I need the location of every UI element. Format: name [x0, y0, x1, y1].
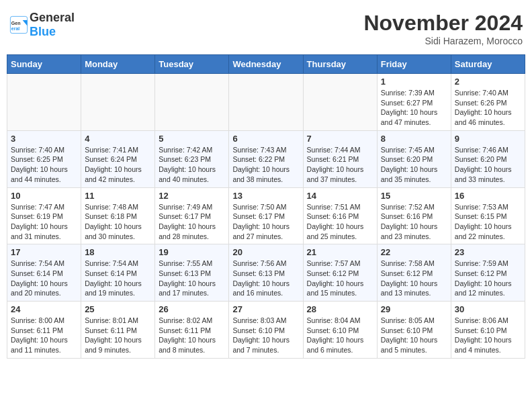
day-number: 13 [232, 191, 299, 201]
day-number: 26 [159, 304, 225, 314]
day-number: 16 [455, 191, 521, 201]
calendar-cell: 4Sunrise: 7:41 AMSunset: 6:24 PMDaylight… [81, 130, 155, 187]
day-number: 5 [159, 134, 225, 144]
calendar-table: SundayMondayTuesdayWednesdayThursdayFrid… [7, 54, 525, 359]
calendar-cell: 16Sunrise: 7:53 AMSunset: 6:15 PMDayligh… [451, 187, 525, 244]
day-number: 30 [455, 304, 521, 314]
calendar-header: SundayMondayTuesdayWednesdayThursdayFrid… [7, 55, 525, 74]
day-number: 18 [85, 247, 151, 257]
day-number: 28 [307, 304, 373, 314]
calendar-cell: 28Sunrise: 8:04 AMSunset: 6:10 PMDayligh… [303, 302, 377, 359]
calendar-cell: 3Sunrise: 7:40 AMSunset: 6:25 PMDaylight… [7, 130, 81, 187]
svg-text:eral: eral [11, 26, 20, 31]
day-detail: Sunrise: 8:03 AMSunset: 6:10 PMDaylight:… [232, 316, 299, 355]
day-number: 8 [381, 134, 447, 144]
day-detail: Sunrise: 7:44 AMSunset: 6:21 PMDaylight:… [307, 145, 373, 185]
day-number: 25 [85, 304, 151, 314]
calendar-cell: 7Sunrise: 7:44 AMSunset: 6:21 PMDaylight… [303, 130, 377, 187]
page-header: Gen eral General Blue November 2024 Sidi… [7, 7, 525, 50]
day-detail: Sunrise: 7:40 AMSunset: 6:25 PMDaylight:… [11, 145, 77, 185]
weekday-wednesday: Wednesday [229, 55, 303, 74]
day-detail: Sunrise: 7:40 AMSunset: 6:26 PMDaylight:… [455, 88, 521, 128]
day-number: 22 [381, 247, 447, 257]
calendar-cell: 18Sunrise: 7:54 AMSunset: 6:14 PMDayligh… [81, 244, 155, 302]
day-number: 3 [11, 134, 77, 144]
day-detail: Sunrise: 8:05 AMSunset: 6:10 PMDaylight:… [381, 316, 447, 355]
day-number: 19 [159, 247, 225, 257]
calendar-cell [229, 74, 303, 131]
weekday-monday: Monday [81, 55, 155, 74]
calendar-cell: 22Sunrise: 7:58 AMSunset: 6:12 PMDayligh… [377, 244, 451, 302]
logo-general: General [30, 11, 75, 24]
calendar-cell: 21Sunrise: 7:57 AMSunset: 6:12 PMDayligh… [303, 244, 377, 302]
day-detail: Sunrise: 7:45 AMSunset: 6:20 PMDaylight:… [381, 145, 447, 185]
weekday-saturday: Saturday [451, 55, 525, 74]
calendar-cell: 14Sunrise: 7:51 AMSunset: 6:16 PMDayligh… [303, 187, 377, 244]
day-number: 23 [455, 247, 521, 257]
day-number: 10 [11, 191, 77, 201]
day-number: 6 [232, 134, 299, 144]
day-number: 9 [455, 134, 521, 144]
day-number: 27 [232, 304, 299, 314]
day-number: 1 [381, 77, 447, 87]
calendar-cell: 24Sunrise: 8:00 AMSunset: 6:11 PMDayligh… [7, 302, 81, 359]
day-number: 20 [232, 247, 299, 257]
day-detail: Sunrise: 7:39 AMSunset: 6:27 PMDaylight:… [381, 88, 447, 128]
calendar-cell: 10Sunrise: 7:47 AMSunset: 6:19 PMDayligh… [7, 187, 81, 244]
day-detail: Sunrise: 7:46 AMSunset: 6:20 PMDaylight:… [455, 145, 521, 185]
day-number: 7 [307, 134, 373, 144]
day-number: 4 [85, 134, 151, 144]
day-number: 14 [307, 191, 373, 201]
calendar-cell: 30Sunrise: 8:06 AMSunset: 6:10 PMDayligh… [451, 302, 525, 359]
calendar-cell: 11Sunrise: 7:48 AMSunset: 6:18 PMDayligh… [81, 187, 155, 244]
day-number: 15 [381, 191, 447, 201]
day-detail: Sunrise: 7:41 AMSunset: 6:24 PMDaylight:… [85, 145, 151, 185]
day-detail: Sunrise: 7:58 AMSunset: 6:12 PMDaylight:… [381, 259, 447, 298]
day-detail: Sunrise: 7:49 AMSunset: 6:17 PMDaylight:… [159, 202, 225, 242]
calendar-body: 1Sunrise: 7:39 AMSunset: 6:27 PMDaylight… [7, 74, 525, 359]
day-detail: Sunrise: 8:04 AMSunset: 6:10 PMDaylight:… [307, 316, 373, 355]
day-detail: Sunrise: 8:00 AMSunset: 6:11 PMDaylight:… [11, 316, 77, 355]
day-number: 17 [11, 247, 77, 257]
calendar-cell: 15Sunrise: 7:52 AMSunset: 6:16 PMDayligh… [377, 187, 451, 244]
calendar-week-4: 17Sunrise: 7:54 AMSunset: 6:14 PMDayligh… [7, 244, 525, 302]
day-detail: Sunrise: 7:54 AMSunset: 6:14 PMDaylight:… [11, 259, 77, 298]
weekday-thursday: Thursday [303, 55, 377, 74]
calendar-cell [303, 74, 377, 131]
calendar-cell [81, 74, 155, 131]
day-detail: Sunrise: 7:50 AMSunset: 6:17 PMDaylight:… [232, 202, 299, 242]
day-number: 29 [381, 304, 447, 314]
weekday-friday: Friday [377, 55, 451, 74]
day-detail: Sunrise: 7:42 AMSunset: 6:23 PMDaylight:… [159, 145, 225, 185]
calendar-cell: 23Sunrise: 7:59 AMSunset: 6:12 PMDayligh… [451, 244, 525, 302]
day-detail: Sunrise: 7:52 AMSunset: 6:16 PMDaylight:… [381, 202, 447, 242]
calendar-week-2: 3Sunrise: 7:40 AMSunset: 6:25 PMDaylight… [7, 130, 525, 187]
day-detail: Sunrise: 7:48 AMSunset: 6:18 PMDaylight:… [85, 202, 151, 242]
day-detail: Sunrise: 7:43 AMSunset: 6:22 PMDaylight:… [232, 145, 299, 185]
logo-icon: Gen eral [9, 15, 28, 34]
calendar-cell: 6Sunrise: 7:43 AMSunset: 6:22 PMDaylight… [229, 130, 303, 187]
weekday-tuesday: Tuesday [155, 55, 229, 74]
day-detail: Sunrise: 7:57 AMSunset: 6:12 PMDaylight:… [307, 259, 373, 298]
calendar-cell [7, 74, 81, 131]
calendar-cell: 8Sunrise: 7:45 AMSunset: 6:20 PMDaylight… [377, 130, 451, 187]
calendar-cell [155, 74, 229, 131]
day-detail: Sunrise: 7:56 AMSunset: 6:13 PMDaylight:… [232, 259, 299, 298]
calendar-cell: 27Sunrise: 8:03 AMSunset: 6:10 PMDayligh… [229, 302, 303, 359]
svg-text:Gen: Gen [11, 21, 21, 26]
day-number: 21 [307, 247, 373, 257]
day-detail: Sunrise: 7:53 AMSunset: 6:15 PMDaylight:… [455, 202, 521, 242]
day-number: 12 [159, 191, 225, 201]
day-detail: Sunrise: 7:54 AMSunset: 6:14 PMDaylight:… [85, 259, 151, 298]
day-detail: Sunrise: 7:51 AMSunset: 6:16 PMDaylight:… [307, 202, 373, 242]
location-subtitle: Sidi Harazem, Morocco [363, 36, 523, 46]
calendar-week-1: 1Sunrise: 7:39 AMSunset: 6:27 PMDaylight… [7, 74, 525, 131]
day-detail: Sunrise: 8:02 AMSunset: 6:11 PMDaylight:… [159, 316, 225, 355]
calendar-cell: 2Sunrise: 7:40 AMSunset: 6:26 PMDaylight… [451, 74, 525, 131]
title-block: November 2024 Sidi Harazem, Morocco [363, 11, 523, 46]
calendar-cell: 25Sunrise: 8:01 AMSunset: 6:11 PMDayligh… [81, 302, 155, 359]
day-number: 11 [85, 191, 151, 201]
calendar-cell: 5Sunrise: 7:42 AMSunset: 6:23 PMDaylight… [155, 130, 229, 187]
calendar-cell: 17Sunrise: 7:54 AMSunset: 6:14 PMDayligh… [7, 244, 81, 302]
logo: Gen eral General Blue [9, 11, 75, 39]
